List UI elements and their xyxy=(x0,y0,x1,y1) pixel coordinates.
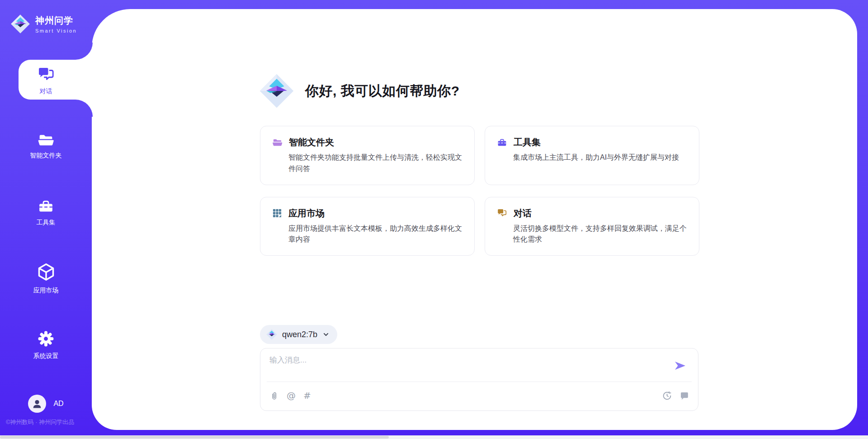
card-title: 对话 xyxy=(514,207,532,220)
cube-icon xyxy=(36,262,57,282)
feature-cards: 智能文件夹 智能文件夹功能支持批量文件上传与清洗，轻松实现文件问答 工具集 集成… xyxy=(260,126,699,256)
folder-open-icon xyxy=(272,138,283,147)
folder-icon xyxy=(38,132,54,148)
grid-icon xyxy=(272,208,282,218)
card-chat[interactable]: 对话 灵活切换多模型文件，支持多样回复效果调试，满足个性化需求 xyxy=(485,197,699,256)
message-input[interactable] xyxy=(269,355,658,378)
message-composer: @ # xyxy=(260,348,698,411)
composer-toolbar: @ # xyxy=(269,387,689,405)
card-description: 灵活切换多模型文件，支持多样回复效果调试，满足个性化需求 xyxy=(513,223,687,246)
horizontal-scrollbar xyxy=(0,435,868,439)
sidebar-item-label: 应用市场 xyxy=(33,286,59,295)
chat-icon xyxy=(37,66,55,83)
history-icon xyxy=(662,391,672,401)
composer-divider xyxy=(267,382,692,382)
sidebar-item-label: 工具集 xyxy=(37,219,56,227)
history-button[interactable] xyxy=(662,391,672,401)
gear-icon xyxy=(37,329,55,348)
hashtag-icon: # xyxy=(303,390,311,401)
sidebar-item-label: 系统设置 xyxy=(33,352,59,360)
send-button[interactable] xyxy=(674,359,687,372)
tab-fillet-top xyxy=(75,43,93,60)
greeting-header: 你好, 我可以如何帮助你? xyxy=(258,72,460,110)
diamond-logo-icon xyxy=(10,14,31,34)
sidebar-item-label: 智能文件夹 xyxy=(30,152,62,160)
hashtag-button[interactable]: # xyxy=(303,390,311,401)
card-title: 工具集 xyxy=(514,136,541,148)
sidebar-item-toolset[interactable]: 工具集 xyxy=(0,198,92,227)
copyright-text: ©神州数码 · 神州问学出品 xyxy=(6,418,74,426)
model-selector[interactable]: qwen2:7b xyxy=(260,325,337,344)
tab-fillet-bottom xyxy=(75,100,93,117)
mention-button[interactable]: @ xyxy=(287,390,296,401)
person-icon xyxy=(31,398,43,410)
comment-icon xyxy=(679,391,689,401)
model-name: qwen2:7b xyxy=(282,330,317,339)
user-profile[interactable]: AD xyxy=(0,395,92,413)
card-smart-folder[interactable]: 智能文件夹 智能文件夹功能支持批量文件上传与清洗，轻松实现文件问答 xyxy=(260,126,475,185)
diamond-logo-icon xyxy=(258,72,295,110)
card-description: 集成市场上主流工具，助力AI与外界无缝扩展与对接 xyxy=(513,152,687,163)
card-title: 智能文件夹 xyxy=(289,136,334,148)
sidebar-item-app-market[interactable]: 应用市场 xyxy=(0,262,92,295)
toolbox-icon xyxy=(497,138,507,148)
diamond-logo-icon xyxy=(266,329,278,340)
user-initials: AD xyxy=(53,400,63,408)
brand-name: 神州问学 xyxy=(35,14,77,27)
scrollbar-thumb[interactable] xyxy=(0,436,389,439)
avatar xyxy=(28,395,46,413)
sidebar-item-label: 对话 xyxy=(40,87,52,95)
card-description: 应用市场提供丰富长文本模板，助力高效生成多样化文章内容 xyxy=(288,223,462,246)
page-title: 你好, 我可以如何帮助你? xyxy=(305,82,460,100)
attachment-button[interactable] xyxy=(269,391,279,401)
chevron-down-icon xyxy=(322,330,330,339)
card-title: 应用市场 xyxy=(288,207,325,220)
brand-subtitle: Smart Vision xyxy=(35,28,77,33)
sidebar-item-smart-folder[interactable]: 智能文件夹 xyxy=(0,132,92,160)
card-description: 智能文件夹功能支持批量文件上传与清洗，轻松实现文件问答 xyxy=(288,152,462,175)
card-toolset[interactable]: 工具集 集成市场上主流工具，助力AI与外界无缝扩展与对接 xyxy=(485,126,699,185)
sidebar-item-chat[interactable]: 对话 xyxy=(0,66,92,95)
at-icon: @ xyxy=(287,390,296,401)
chat-icon xyxy=(497,208,507,218)
sidebar-item-settings[interactable]: 系统设置 xyxy=(0,329,92,360)
card-app-market[interactable]: 应用市场 应用市场提供丰富长文本模板，助力高效生成多样化文章内容 xyxy=(260,197,475,256)
app-screen: 神州问学 Smart Vision 对话 智能文件夹 xyxy=(0,0,868,439)
brand-logo: 神州问学 Smart Vision xyxy=(10,14,77,34)
paperclip-icon xyxy=(269,391,279,401)
quick-phrases-button[interactable] xyxy=(679,391,689,401)
toolbox-icon xyxy=(38,198,54,215)
